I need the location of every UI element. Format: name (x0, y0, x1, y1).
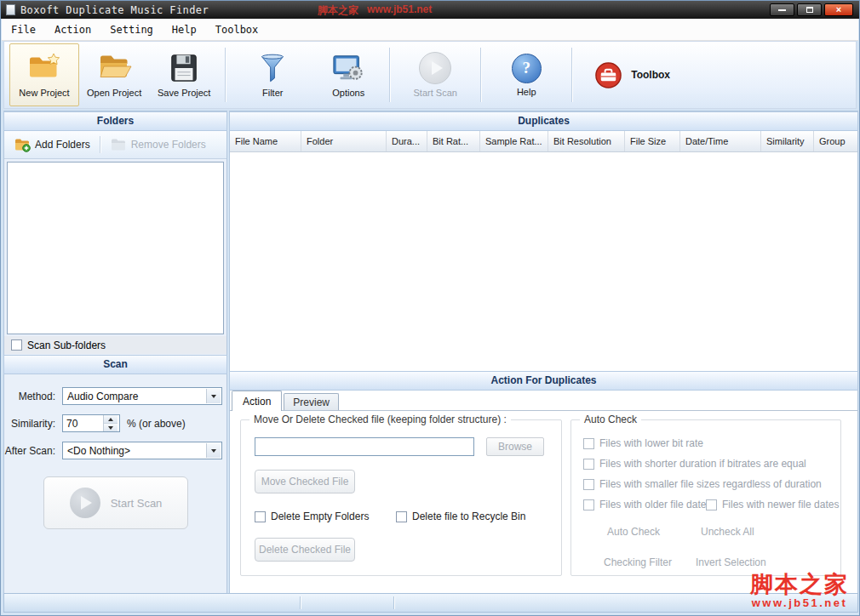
help-button[interactable]: ? Help (487, 43, 565, 106)
open-project-button[interactable]: Open Project (79, 43, 149, 106)
column-file-size[interactable]: File Size (625, 131, 680, 151)
help-icon: ? (512, 54, 542, 83)
newer-dates-checkbox[interactable] (706, 499, 717, 510)
delete-to-recycle-option: Delete file to Recycle Bin (396, 510, 525, 522)
help-glyph: ? (522, 59, 530, 77)
column-group[interactable]: Group (814, 131, 857, 151)
column-similarity[interactable]: Similarity (761, 131, 814, 151)
delete-checked-file-button[interactable]: Delete Checked File (255, 538, 355, 562)
column-file-name[interactable]: File Name (230, 131, 301, 151)
folders-toolbar-separator (100, 136, 100, 153)
options-icon (330, 52, 367, 84)
column-bit-rate[interactable]: Bit Rat... (427, 131, 480, 151)
filter-button[interactable]: Filter (232, 43, 313, 106)
option-older-dates: Files with older file dates (583, 499, 711, 510)
new-project-icon (26, 52, 63, 84)
open-project-label: Open Project (87, 88, 141, 98)
add-folders-button[interactable]: Add Folders (8, 134, 96, 155)
column-duration[interactable]: Dura... (387, 131, 427, 151)
start-scan-button[interactable]: Start Scan (396, 43, 474, 106)
auto-check-button[interactable]: Auto Check (607, 526, 660, 538)
similarity-suffix: % (or above) (127, 418, 186, 430)
after-scan-row: After Scan: <Do Nothing> (4, 442, 226, 459)
older-dates-checkbox[interactable] (583, 499, 594, 510)
tab-action[interactable]: Action (232, 391, 282, 411)
menu-toolbox[interactable]: Toolbox (215, 24, 259, 36)
browse-button[interactable]: Browse (486, 437, 544, 456)
similarity-up-button[interactable] (104, 415, 118, 424)
folders-toolbar: Add Folders Remove Folders (4, 131, 226, 159)
checking-filter-button[interactable]: Checking Filter (604, 556, 672, 568)
column-sample-rate[interactable]: Sample Rat... (480, 131, 548, 151)
menu-setting[interactable]: Setting (110, 24, 153, 36)
maximize-button[interactable] (797, 3, 822, 16)
menu-help[interactable]: Help (172, 24, 197, 36)
option-lower-bitrate: Files with lower bit rate (583, 437, 703, 449)
maximize-icon (806, 7, 813, 13)
delete-empty-folders-label: Delete Empty Folders (271, 510, 369, 522)
delete-to-recycle-checkbox[interactable] (396, 511, 407, 522)
add-folder-icon (14, 137, 31, 152)
smaller-size-checkbox[interactable] (583, 479, 594, 490)
move-target-path-input[interactable] (255, 437, 474, 456)
after-scan-dropdown-arrow-icon[interactable] (206, 443, 221, 458)
method-value: Audio Compare (67, 391, 138, 402)
column-folder[interactable]: Folder (301, 131, 387, 151)
status-bar (3, 593, 858, 613)
similarity-input[interactable] (63, 415, 103, 431)
option-shorter-duration: Files with shorter duration if bitrates … (583, 458, 806, 470)
action-tabs: Action Preview (230, 391, 857, 411)
invert-selection-button[interactable]: Invert Selection (696, 556, 766, 568)
similarity-down-button[interactable] (104, 424, 118, 431)
scan-subfolders-label: Scan Sub-folders (27, 339, 106, 351)
toolbar-separator (571, 48, 572, 102)
duplicates-table-body[interactable] (230, 152, 857, 371)
similarity-row: Similarity: % (or above) (4, 414, 226, 432)
folders-list[interactable] (7, 162, 224, 334)
column-date-time[interactable]: Date/Time (680, 131, 761, 151)
column-bit-resolution[interactable]: Bit Resolution (548, 131, 625, 151)
delete-to-recycle-label: Delete file to Recycle Bin (412, 510, 525, 522)
save-project-label: Save Project (158, 88, 210, 98)
toolbox-button[interactable]: Toolbox (578, 43, 686, 106)
older-dates-label: Files with older file dates (599, 499, 711, 510)
after-scan-value: <Do Nothing> (67, 445, 130, 457)
tab-preview[interactable]: Preview (284, 393, 339, 410)
delete-empty-folders-checkbox[interactable] (255, 511, 266, 522)
auto-check-group: Auto Check Files with lower bit rate Fil… (570, 419, 841, 576)
main-toolbar: New Project Open Project Save Project (3, 41, 857, 109)
watermark-top: 脚本之家 www.jb51.net (318, 3, 432, 18)
move-delete-group: Move Or Delete Checked file (keeping fol… (240, 419, 562, 576)
method-dropdown[interactable]: Audio Compare (62, 387, 222, 405)
lower-bitrate-checkbox[interactable] (583, 438, 594, 449)
scan-panel-header: Scan (3, 355, 227, 374)
uncheck-all-button[interactable]: Uncheck All (701, 526, 754, 538)
remove-folder-icon (110, 137, 127, 152)
after-scan-dropdown[interactable]: <Do Nothing> (62, 442, 222, 459)
auto-check-group-title: Auto Check (580, 414, 641, 425)
menu-file[interactable]: File (11, 24, 36, 36)
start-scan-play-icon (70, 488, 100, 518)
close-button[interactable]: × (824, 3, 853, 16)
app-window: Boxoft Duplicate Music Finder 脚本之家 www.j… (0, 0, 860, 616)
new-project-button[interactable]: New Project (9, 43, 79, 106)
window-controls: × (770, 3, 853, 16)
add-folders-label: Add Folders (35, 139, 90, 151)
toolbar-separator (389, 48, 390, 102)
scan-subfolders-checkbox[interactable] (11, 339, 22, 351)
method-label: Method: (4, 391, 55, 402)
save-project-button[interactable]: Save Project (149, 43, 219, 106)
minimize-button[interactable] (770, 3, 794, 16)
options-button[interactable]: Options (313, 43, 383, 106)
duplicates-panel-header: Duplicates (229, 111, 858, 131)
method-dropdown-arrow-icon[interactable] (206, 389, 221, 403)
smaller-size-label: Files with smaller file sizes regardless… (599, 478, 822, 490)
start-scan-main-button[interactable]: Start Scan (43, 476, 188, 529)
remove-folders-button[interactable]: Remove Folders (104, 134, 212, 155)
move-checked-file-button[interactable]: Move Checked File (255, 470, 355, 493)
option-newer-dates: Files with newer file dates (706, 499, 839, 510)
menu-action[interactable]: Action (54, 24, 91, 36)
watermark-brand: 脚本之家 (750, 573, 849, 596)
folders-panel: Folders Add Folders Remove Folders (3, 111, 227, 595)
shorter-duration-checkbox[interactable] (583, 459, 594, 470)
